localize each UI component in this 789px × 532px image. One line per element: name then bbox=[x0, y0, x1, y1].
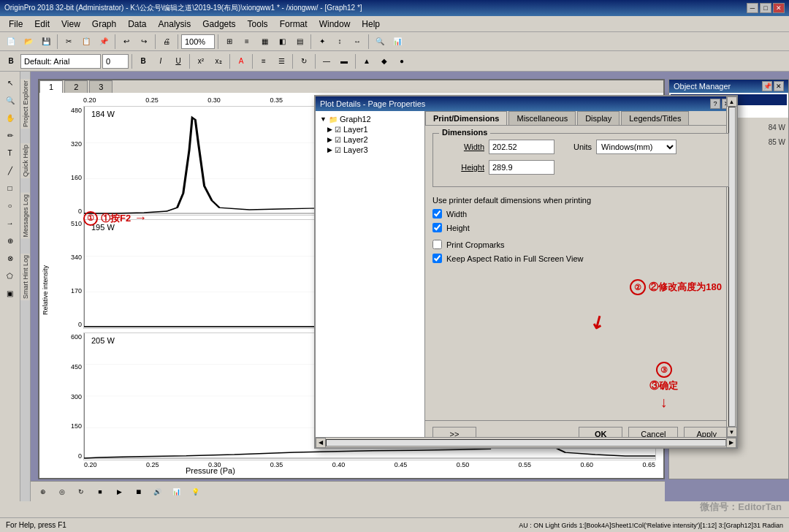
dimensions-group: Dimensions Width Units Windows(mm) Inche… bbox=[432, 133, 729, 187]
annotation-2-circle: ② bbox=[630, 279, 646, 295]
annotation-2: ② ②修改高度为180 bbox=[630, 279, 722, 295]
annotation-3-text: ③确定 bbox=[649, 379, 678, 392]
tab-content: Dimensions Width Units Windows(mm) Inche… bbox=[425, 126, 736, 420]
annotation-3-arrow: ↓ bbox=[660, 394, 668, 411]
tree-hscrollbar: ◀ ▶ bbox=[316, 437, 425, 447]
tree-layer3-label: Layer3 bbox=[343, 145, 368, 154]
tree-graph12[interactable]: ▼ 📁 Graph12 bbox=[319, 114, 422, 124]
annotation-2-arrow: ↙ bbox=[586, 310, 609, 335]
watermark: 微信号：EditorTan bbox=[700, 501, 782, 514]
aspect-checkbox[interactable] bbox=[432, 254, 442, 263]
cropmarks-checkbox[interactable] bbox=[432, 240, 442, 249]
dialog-title: Plot Details - Page Properties bbox=[320, 99, 710, 108]
scroll-left-btn[interactable]: ◀ bbox=[316, 438, 326, 448]
dialog-body: ▼ 📁 Graph12 ▶ ☑ Layer1 ▶ ☑ Layer2 ▶ ☑ bbox=[316, 111, 736, 447]
tree-check-layer1[interactable]: ☑ bbox=[335, 126, 341, 134]
cropmarks-row: Print Cropmarks bbox=[432, 240, 729, 249]
tree-layer1[interactable]: ▶ ☑ Layer1 bbox=[319, 124, 422, 134]
tree-check-layer2[interactable]: ☑ bbox=[335, 136, 341, 144]
height-checkbox-label: Height bbox=[446, 224, 470, 232]
tab-miscellaneous[interactable]: Miscellaneous bbox=[508, 111, 576, 125]
tree-panel: ▼ 📁 Graph12 ▶ ☑ Layer1 ▶ ☑ Layer2 ▶ ☑ bbox=[316, 111, 425, 447]
width-checkbox-row: Width bbox=[432, 209, 729, 218]
tree-expand-layer2[interactable]: ▶ bbox=[327, 136, 332, 143]
statusbar-right-text: AU : ON Light Grids 1:[Book4A]Sheet1!Col… bbox=[519, 522, 783, 529]
width-label[interactable]: Width bbox=[441, 142, 484, 151]
dialog-title-bar: Plot Details - Page Properties ? ✕ bbox=[316, 96, 736, 111]
tree-check-layer3[interactable]: ☑ bbox=[335, 146, 341, 154]
annotation-3: ③ ③确定 ↓ bbox=[649, 362, 678, 411]
dialog-overlay: Plot Details - Page Properties ? ✕ ▼ 📁 G… bbox=[0, 0, 789, 532]
dialog-help-btn[interactable]: ? bbox=[710, 99, 720, 109]
printer-defaults-label: Use printer default dimensions when prin… bbox=[432, 196, 729, 205]
tab-display[interactable]: Display bbox=[577, 111, 620, 125]
height-label[interactable]: Height bbox=[441, 163, 484, 172]
tab-legends-titles[interactable]: Legends/Titles bbox=[621, 111, 689, 125]
units-label: Units bbox=[573, 142, 592, 151]
units-select[interactable]: Windows(mm) Inches Centimeters Pixels Po… bbox=[596, 140, 676, 154]
tree-layer2-label: Layer2 bbox=[343, 135, 368, 144]
tree-expand-layer3[interactable]: ▶ bbox=[327, 146, 332, 153]
statusbar-left-text: For Help, press F1 bbox=[6, 521, 66, 529]
watermark-text: 微信号：EditorTan bbox=[700, 501, 782, 512]
tree-layer1-label: Layer1 bbox=[343, 125, 368, 134]
width-checkbox[interactable] bbox=[432, 209, 442, 218]
tree-layer2[interactable]: ▶ ☑ Layer2 bbox=[319, 134, 422, 145]
printer-defaults-section: Use printer default dimensions when prin… bbox=[432, 196, 729, 232]
tab-print-dimensions[interactable]: Print/Dimensions bbox=[425, 111, 507, 125]
tree-expand-graph12[interactable]: ▼ bbox=[320, 115, 327, 123]
tree-expand-layer1[interactable]: ▶ bbox=[327, 126, 332, 133]
cropmarks-label: Print Cropmarks bbox=[446, 240, 504, 249]
height-input[interactable] bbox=[489, 160, 554, 175]
width-checkbox-label: Width bbox=[446, 210, 467, 218]
statusbar: For Help, press F1 AU : ON Light Grids 1… bbox=[0, 517, 789, 532]
plot-details-dialog: Plot Details - Page Properties ? ✕ ▼ 📁 G… bbox=[314, 95, 738, 449]
tree-graph12-label: Graph12 bbox=[340, 115, 371, 123]
tree-folder-icon: 📁 bbox=[329, 115, 338, 123]
annotation-2-text: ②修改高度为180 bbox=[649, 281, 722, 294]
width-row: Width Units Windows(mm) Inches Centimete… bbox=[441, 140, 721, 154]
height-checkbox-row: Height bbox=[432, 223, 729, 232]
height-row: Height bbox=[441, 160, 721, 175]
aspect-label: Keep Aspect Ratio in Full Screen View bbox=[446, 254, 584, 263]
dialog-tabs: Print/Dimensions Miscellaneous Display L… bbox=[425, 111, 736, 126]
tree-layer3[interactable]: ▶ ☑ Layer3 bbox=[319, 145, 422, 155]
dimensions-title: Dimensions bbox=[439, 128, 490, 137]
width-input[interactable] bbox=[489, 140, 554, 154]
aspect-ratio-row: Keep Aspect Ratio in Full Screen View bbox=[432, 254, 729, 263]
annotation-3-circle: ③ bbox=[656, 362, 672, 378]
height-checkbox[interactable] bbox=[432, 223, 442, 232]
right-content: Print/Dimensions Miscellaneous Display L… bbox=[425, 111, 736, 447]
scroll-track[interactable] bbox=[326, 439, 425, 446]
